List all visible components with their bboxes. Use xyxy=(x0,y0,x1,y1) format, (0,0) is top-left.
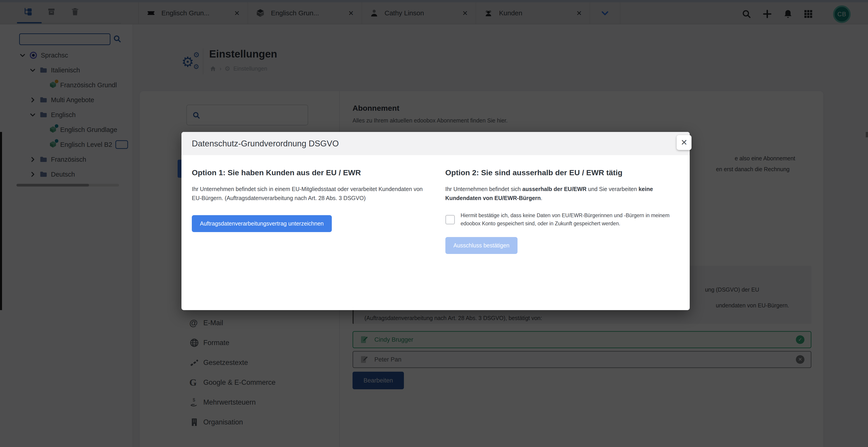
option-1-heading: Option 1: Sie haben Kunden aus der EU / … xyxy=(192,168,425,177)
option-1-text: Ihr Unternehmen befindet sich in einem E… xyxy=(192,185,425,203)
option-2-heading: Option 2: Sie sind ausserhalb der EU / E… xyxy=(445,168,679,177)
confirm-exclusion-button[interactable]: Ausschluss bestätigen xyxy=(445,237,518,254)
modal-header: Datenschutz-Grundverordnung DSGVO xyxy=(181,132,690,155)
exclusion-checkbox[interactable] xyxy=(445,215,455,225)
right-edge-strip xyxy=(866,132,868,137)
exclusion-checkbox-label: Hiermit bestätige ich, dass keine Daten … xyxy=(461,212,679,228)
app-root: Englisch Grun... ✕ Englisch Grun... ✕ Ca… xyxy=(0,0,868,447)
dsgvo-modal: Datenschutz-Grundverordnung DSGVO ✕ Opti… xyxy=(181,132,690,310)
modal-title: Datenschutz-Grundverordnung DSGVO xyxy=(192,139,339,148)
modal-close-button[interactable]: ✕ xyxy=(677,135,691,150)
option-1-column: Option 1: Sie haben Kunden aus der EU / … xyxy=(192,168,425,254)
exclusion-checkbox-row: Hiermit bestätige ich, dass keine Daten … xyxy=(445,212,679,228)
modal-body: Option 1: Sie haben Kunden aus der EU / … xyxy=(181,155,690,254)
left-edge-strip xyxy=(0,132,2,310)
sign-contract-button[interactable]: Auftragsdatenverarbeitungsvertrag unterz… xyxy=(192,215,332,232)
option-2-text: Ihr Unternehmen befindet sich ausserhalb… xyxy=(445,185,679,203)
close-icon: ✕ xyxy=(681,138,687,147)
option-2-column: Option 2: Sie sind ausserhalb der EU / E… xyxy=(445,168,679,254)
